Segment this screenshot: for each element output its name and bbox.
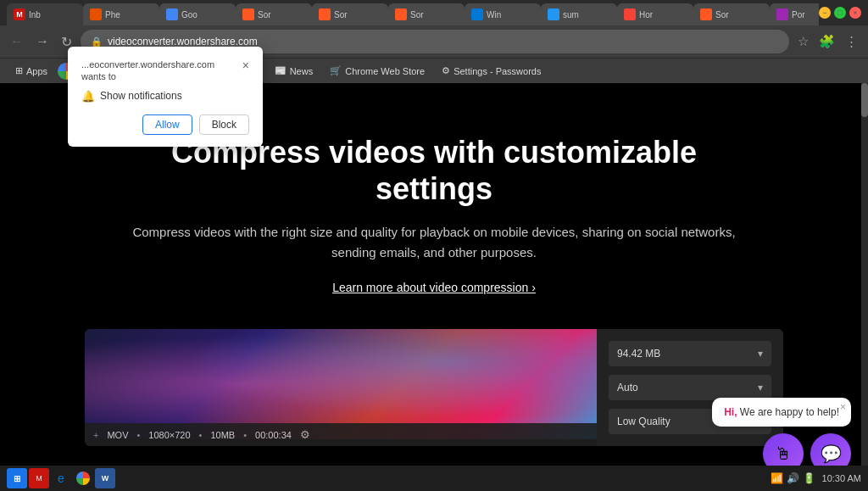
bookmark-settings-label: Settings - Passwords bbox=[453, 66, 541, 76]
chat-message: We are happy to help! bbox=[740, 406, 839, 418]
tab-10[interactable]: Sor bbox=[693, 3, 770, 25]
tab-3[interactable]: Goo bbox=[159, 3, 236, 25]
forward-button[interactable]: → bbox=[32, 31, 53, 53]
tab-icon-4 bbox=[242, 8, 254, 20]
panel-size-label: 94.42 MB bbox=[617, 348, 660, 360]
scrollbar-thumb[interactable] bbox=[861, 83, 868, 117]
tab-icon-8 bbox=[548, 8, 559, 20]
panel-size-arrow: ▾ bbox=[758, 348, 763, 360]
taskbar: ⊞ M e W 📶 🔊 🔋 10:30 AM bbox=[0, 466, 868, 491]
tab-label-7: Win bbox=[487, 10, 501, 20]
bookmark-webstore-label: Chrome Web Store bbox=[345, 66, 425, 76]
scrollbar[interactable] bbox=[861, 83, 868, 491]
tab-label: Inb bbox=[29, 10, 41, 20]
bullet-1: + bbox=[93, 430, 98, 440]
panel-quality-arrow: ▾ bbox=[758, 382, 763, 393]
close-button[interactable]: × bbox=[849, 7, 861, 19]
chat-widget: × Hi, We are happy to help! 🖱 💬 bbox=[712, 398, 851, 474]
tab-icon-gmail: M bbox=[14, 8, 25, 20]
menu-button[interactable]: ⋮ bbox=[842, 31, 861, 53]
bell-icon: 🔔 bbox=[81, 90, 95, 103]
notif-row: 🔔 Show notifications bbox=[81, 90, 249, 103]
video-info-bar: + MOV • 1080×720 • 10MB • 00:00:34 ⚙ bbox=[85, 423, 597, 446]
video-panel-left: + MOV • 1080×720 • 10MB • 00:00:34 ⚙ bbox=[85, 329, 597, 446]
video-settings-icon[interactable]: ⚙ bbox=[300, 428, 310, 441]
bookmark-news[interactable]: 📰 News bbox=[268, 63, 320, 79]
minimize-button[interactable]: − bbox=[819, 7, 831, 19]
bookmark-star-button[interactable]: ☆ bbox=[794, 31, 812, 53]
taskbar-start[interactable]: ⊞ bbox=[7, 468, 27, 488]
window-controls: − □ × bbox=[819, 7, 861, 19]
allow-button[interactable]: Allow bbox=[142, 114, 192, 135]
bookmark-settings[interactable]: ⚙ Settings - Passwords bbox=[435, 63, 548, 79]
bullet-3: • bbox=[199, 430, 203, 440]
taskbar-ie[interactable]: e bbox=[51, 468, 71, 488]
taskbar-gmail[interactable]: M bbox=[29, 468, 49, 488]
chat-close-button[interactable]: × bbox=[840, 401, 846, 413]
lock-icon: 🔒 bbox=[91, 36, 103, 47]
clock-time: 10:30 AM bbox=[822, 472, 861, 484]
video-size: 10MB bbox=[210, 430, 235, 440]
tab-label-11: Por bbox=[792, 10, 805, 20]
tab-2[interactable]: Phe bbox=[83, 3, 159, 25]
news-icon: 📰 bbox=[275, 65, 287, 76]
chat-avatar-icon: 🖱 bbox=[775, 444, 792, 464]
maximize-button[interactable]: □ bbox=[834, 7, 846, 19]
tab-8[interactable]: sum bbox=[541, 3, 617, 25]
tab-9[interactable]: Hor bbox=[617, 3, 693, 25]
tab-label-4: Sor bbox=[258, 10, 271, 20]
notif-text: Show notifications bbox=[100, 90, 182, 102]
chat-btn-icon: 💬 bbox=[821, 444, 842, 464]
bookmark-news-label: News bbox=[290, 66, 314, 76]
panel-size[interactable]: 94.42 MB ▾ bbox=[609, 341, 771, 366]
taskbar-chrome[interactable] bbox=[73, 468, 93, 488]
tab-5[interactable]: Sor bbox=[312, 3, 388, 25]
notification-popup: ...eoconverter.wondershare.com wants to … bbox=[68, 47, 263, 147]
webstore-icon: 🛒 bbox=[330, 65, 342, 76]
tab-4[interactable]: Sor bbox=[236, 3, 312, 25]
tab-7[interactable]: Win bbox=[465, 3, 541, 25]
tab-11[interactable]: Por bbox=[770, 3, 819, 25]
panel-quality[interactable]: Auto ▾ bbox=[609, 375, 771, 400]
tab-label-5: Sor bbox=[334, 10, 348, 20]
taskbar-word[interactable]: W bbox=[95, 468, 115, 488]
tab-icon-3 bbox=[166, 8, 178, 20]
tab-icon-5 bbox=[319, 8, 331, 20]
network-icon[interactable]: 📶 bbox=[771, 472, 783, 484]
bookmark-webstore[interactable]: 🛒 Chrome Web Store bbox=[323, 63, 431, 79]
battery-icon[interactable]: 🔋 bbox=[803, 472, 815, 484]
notif-close-button[interactable]: × bbox=[236, 59, 249, 72]
tab-icon-6 bbox=[395, 8, 407, 20]
panel-preset-label: Low Quality bbox=[617, 416, 670, 427]
browser-window: M Inb Phe Goo Sor Sor Sor bbox=[0, 0, 868, 491]
hero-subtitle: Compress videos with the right size and … bbox=[112, 222, 756, 263]
block-button[interactable]: Block bbox=[199, 114, 249, 135]
url-text: videoconverter.wondershare.com bbox=[108, 36, 258, 47]
bookmark-apps[interactable]: ⊞ Apps bbox=[8, 63, 54, 79]
learn-more-link[interactable]: Learn more about video compression › bbox=[332, 281, 536, 294]
tab-label-2: Phe bbox=[105, 10, 120, 20]
notif-header: ...eoconverter.wondershare.com wants to … bbox=[81, 59, 249, 83]
title-bar: M Inb Phe Goo Sor Sor Sor bbox=[0, 0, 868, 25]
tab-label-10: Sor bbox=[715, 10, 729, 20]
volume-icon[interactable]: 🔊 bbox=[787, 472, 799, 484]
bullet-2: • bbox=[137, 430, 141, 440]
extensions-button[interactable]: 🧩 bbox=[815, 31, 838, 53]
tab-label-6: Sor bbox=[410, 10, 424, 20]
chat-bubble: × Hi, We are happy to help! bbox=[712, 398, 851, 427]
video-duration: 00:00:34 bbox=[255, 430, 292, 440]
tab-icon-10 bbox=[700, 8, 712, 20]
tab-6[interactable]: Sor bbox=[388, 3, 465, 25]
bookmark-apps-label: Apps bbox=[26, 66, 47, 76]
nav-right-buttons: ☆ 🧩 ⋮ bbox=[794, 31, 861, 53]
chat-hi: Hi, bbox=[724, 406, 737, 418]
apps-icon: ⊞ bbox=[15, 65, 23, 76]
notif-buttons: Allow Block bbox=[81, 114, 249, 135]
bullet-4: • bbox=[243, 430, 247, 440]
tab-icon-2 bbox=[90, 8, 102, 20]
back-button[interactable]: ← bbox=[7, 31, 27, 53]
video-format: MOV bbox=[107, 430, 128, 440]
notif-domain: ...eoconverter.wondershare.com wants to bbox=[81, 59, 236, 83]
tab-label-3: Goo bbox=[181, 10, 198, 20]
tab-gmail[interactable]: M Inb bbox=[7, 3, 83, 25]
